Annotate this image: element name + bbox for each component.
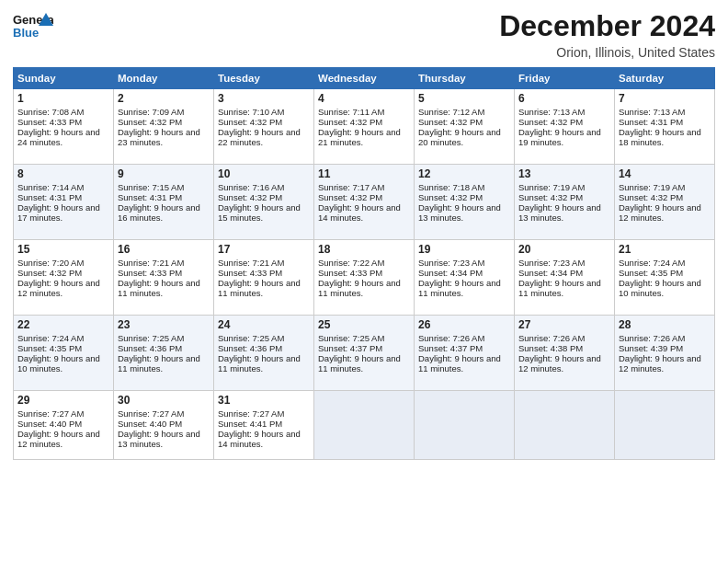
daylight-text: Daylight: 9 hours and 21 minutes.	[318, 127, 401, 147]
calendar-cell: 1Sunrise: 7:08 AMSunset: 4:33 PMDaylight…	[14, 89, 114, 165]
daylight-text: Daylight: 9 hours and 11 minutes.	[418, 353, 501, 373]
week-row-3: 15Sunrise: 7:20 AMSunset: 4:32 PMDayligh…	[14, 240, 715, 316]
day-number: 16	[118, 243, 210, 256]
day-number: 19	[418, 243, 510, 256]
calendar-cell	[515, 391, 615, 460]
day-number: 1	[17, 92, 109, 105]
day-header-thursday: Thursday	[415, 68, 515, 89]
calendar-cell: 10Sunrise: 7:16 AMSunset: 4:32 PMDayligh…	[214, 165, 314, 240]
calendar-cell: 4Sunrise: 7:11 AMSunset: 4:32 PMDaylight…	[314, 89, 415, 165]
sunrise-text: Sunrise: 7:22 AM	[318, 258, 384, 268]
daylight-text: Daylight: 9 hours and 16 minutes.	[118, 202, 200, 223]
sunrise-text: Sunrise: 7:27 AM	[118, 408, 184, 419]
calendar-cell: 18Sunrise: 7:22 AMSunset: 4:33 PMDayligh…	[314, 240, 415, 316]
daylight-text: Daylight: 9 hours and 11 minutes.	[118, 278, 200, 298]
daylight-text: Daylight: 9 hours and 19 minutes.	[518, 127, 601, 147]
sunrise-text: Sunrise: 7:27 AM	[17, 408, 84, 419]
day-number: 14	[619, 167, 711, 180]
day-number: 31	[218, 394, 310, 407]
sunrise-text: Sunrise: 7:21 AM	[118, 258, 184, 268]
daylight-text: Daylight: 9 hours and 11 minutes.	[518, 278, 601, 298]
calendar-cell: 9Sunrise: 7:15 AMSunset: 4:31 PMDaylight…	[114, 165, 214, 240]
location: Orion, Illinois, United States	[499, 45, 715, 60]
daylight-text: Daylight: 9 hours and 22 minutes.	[218, 127, 301, 147]
day-number: 30	[118, 394, 210, 407]
sunset-text: Sunset: 4:32 PM	[418, 117, 483, 127]
title-block: December 2024 Orion, Illinois, United St…	[499, 9, 715, 60]
daylight-text: Daylight: 9 hours and 12 minutes.	[17, 429, 100, 449]
sunrise-text: Sunrise: 7:24 AM	[619, 258, 685, 268]
calendar-cell	[314, 391, 415, 460]
sunrise-text: Sunrise: 7:09 AM	[118, 107, 184, 117]
sunset-text: Sunset: 4:31 PM	[17, 192, 82, 202]
calendar-table: SundayMondayTuesdayWednesdayThursdayFrid…	[13, 67, 715, 460]
calendar-cell: 5Sunrise: 7:12 AMSunset: 4:32 PMDaylight…	[415, 89, 515, 165]
calendar-cell: 13Sunrise: 7:19 AMSunset: 4:32 PMDayligh…	[515, 165, 615, 240]
sunset-text: Sunset: 4:39 PM	[619, 343, 683, 353]
sunset-text: Sunset: 4:40 PM	[118, 419, 182, 429]
sunset-text: Sunset: 4:33 PM	[118, 268, 182, 278]
calendar-cell: 30Sunrise: 7:27 AMSunset: 4:40 PMDayligh…	[114, 391, 214, 460]
day-number: 29	[17, 394, 109, 407]
day-number: 18	[318, 243, 410, 256]
daylight-text: Daylight: 9 hours and 10 minutes.	[619, 278, 701, 298]
sunset-text: Sunset: 4:32 PM	[418, 192, 483, 202]
day-header-friday: Friday	[515, 68, 615, 89]
day-header-monday: Monday	[114, 68, 214, 89]
daylight-text: Daylight: 9 hours and 12 minutes.	[17, 278, 100, 298]
sunrise-text: Sunrise: 7:12 AM	[418, 107, 484, 117]
sunrise-text: Sunrise: 7:17 AM	[318, 182, 384, 192]
calendar-cell	[615, 391, 715, 460]
daylight-text: Daylight: 9 hours and 20 minutes.	[418, 127, 501, 147]
svg-text:Blue: Blue	[13, 26, 39, 40]
day-header-wednesday: Wednesday	[314, 68, 415, 89]
sunset-text: Sunset: 4:31 PM	[619, 117, 683, 127]
day-header-sunday: Sunday	[14, 68, 114, 89]
sunrise-text: Sunrise: 7:25 AM	[118, 333, 184, 343]
day-number: 21	[619, 243, 711, 256]
calendar-cell: 6Sunrise: 7:13 AMSunset: 4:32 PMDaylight…	[515, 89, 615, 165]
sunset-text: Sunset: 4:37 PM	[418, 343, 483, 353]
day-number: 25	[318, 318, 410, 331]
day-header-saturday: Saturday	[615, 68, 715, 89]
daylight-text: Daylight: 9 hours and 12 minutes.	[619, 353, 701, 373]
sunset-text: Sunset: 4:37 PM	[318, 343, 382, 353]
daylight-text: Daylight: 9 hours and 11 minutes.	[218, 278, 301, 298]
daylight-text: Daylight: 9 hours and 23 minutes.	[118, 127, 200, 147]
daylight-text: Daylight: 9 hours and 12 minutes.	[518, 353, 601, 373]
daylight-text: Daylight: 9 hours and 24 minutes.	[17, 127, 100, 147]
sunset-text: Sunset: 4:31 PM	[118, 192, 182, 202]
header: General Blue December 2024 Orion, Illino…	[13, 9, 715, 60]
calendar-cell: 14Sunrise: 7:19 AMSunset: 4:32 PMDayligh…	[615, 165, 715, 240]
calendar-cell: 31Sunrise: 7:27 AMSunset: 4:41 PMDayligh…	[214, 391, 314, 460]
sunrise-text: Sunrise: 7:13 AM	[518, 107, 585, 117]
sunset-text: Sunset: 4:33 PM	[17, 117, 82, 127]
week-row-5: 29Sunrise: 7:27 AMSunset: 4:40 PMDayligh…	[14, 391, 715, 460]
sunset-text: Sunset: 4:34 PM	[418, 268, 483, 278]
sunset-text: Sunset: 4:32 PM	[318, 192, 382, 202]
month-title: December 2024	[499, 9, 715, 43]
day-number: 2	[118, 92, 210, 105]
logo-icon: General Blue	[13, 9, 53, 42]
day-number: 24	[218, 318, 310, 331]
calendar-cell	[415, 391, 515, 460]
calendar-cell: 12Sunrise: 7:18 AMSunset: 4:32 PMDayligh…	[415, 165, 515, 240]
sunset-text: Sunset: 4:35 PM	[17, 343, 82, 353]
daylight-text: Daylight: 9 hours and 13 minutes.	[418, 202, 501, 223]
calendar-cell: 3Sunrise: 7:10 AMSunset: 4:32 PMDaylight…	[214, 89, 314, 165]
sunset-text: Sunset: 4:33 PM	[318, 268, 382, 278]
calendar-cell: 28Sunrise: 7:26 AMSunset: 4:39 PMDayligh…	[615, 316, 715, 391]
daylight-text: Daylight: 9 hours and 11 minutes.	[318, 353, 401, 373]
calendar-cell: 25Sunrise: 7:25 AMSunset: 4:37 PMDayligh…	[314, 316, 415, 391]
sunset-text: Sunset: 4:35 PM	[619, 268, 683, 278]
calendar-cell: 21Sunrise: 7:24 AMSunset: 4:35 PMDayligh…	[615, 240, 715, 316]
sunset-text: Sunset: 4:40 PM	[17, 419, 82, 429]
calendar-cell: 24Sunrise: 7:25 AMSunset: 4:36 PMDayligh…	[214, 316, 314, 391]
sunrise-text: Sunrise: 7:15 AM	[118, 182, 184, 192]
sunset-text: Sunset: 4:32 PM	[218, 192, 282, 202]
daylight-text: Daylight: 9 hours and 17 minutes.	[17, 202, 100, 223]
daylight-text: Daylight: 9 hours and 11 minutes.	[418, 278, 501, 298]
daylight-text: Daylight: 9 hours and 10 minutes.	[17, 353, 100, 373]
daylight-text: Daylight: 9 hours and 14 minutes.	[318, 202, 401, 223]
sunrise-text: Sunrise: 7:18 AM	[418, 182, 484, 192]
